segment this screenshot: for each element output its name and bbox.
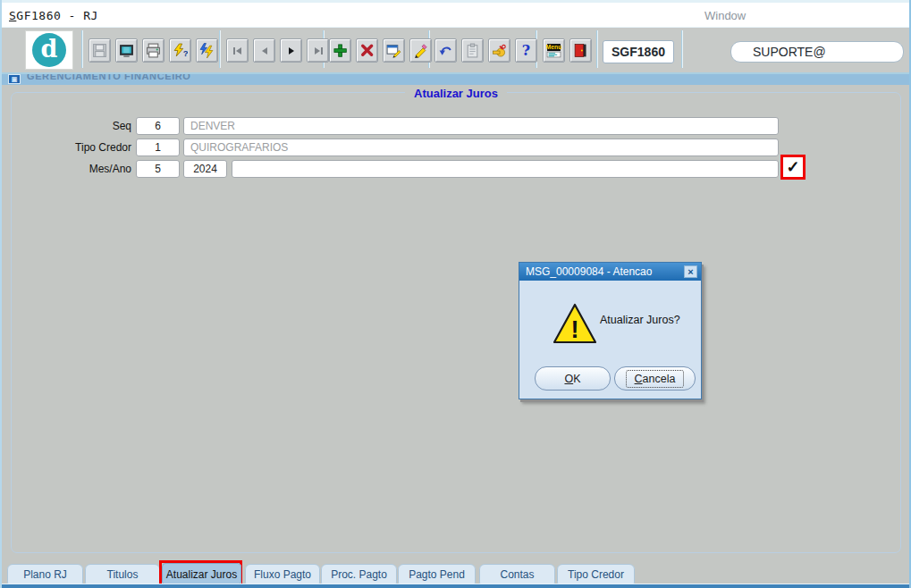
mes-ano-description-field[interactable] <box>232 160 779 178</box>
toolbar-separator <box>81 30 82 68</box>
first-record-icon <box>231 44 245 58</box>
app-logo: d <box>25 30 73 70</box>
exit-door-icon <box>573 43 588 58</box>
menu-bar: SGF1860 - RJ Window <box>2 0 909 27</box>
toolbar: d ? <box>2 27 909 74</box>
menu-item-window[interactable]: Window <box>704 9 746 22</box>
svg-text:?: ? <box>183 48 188 58</box>
child-window-title: GERENCIAMENTO FINANCEIRO <box>27 74 190 81</box>
child-window-icon: ▣ <box>8 74 21 84</box>
tab-fluxo-pagto[interactable]: Fluxo Pagto <box>245 564 320 585</box>
window-bottom-edge <box>2 584 909 588</box>
mes-value-field[interactable]: 5 <box>136 160 180 178</box>
dialog-title: MSG_00009084 - Atencao <box>526 265 652 278</box>
tab-bar: Plano RJ Titulos Atualizar Juros Fluxo P… <box>2 560 909 584</box>
toolbar-group-record <box>329 38 432 63</box>
help-icon: ? <box>519 43 534 58</box>
exit-button[interactable] <box>569 38 592 63</box>
undo-icon <box>438 43 453 58</box>
toolbar-group-file: ? <box>89 38 218 63</box>
undo-button[interactable] <box>434 38 457 63</box>
dialog-titlebar[interactable]: MSG_00009084 - Atencao <box>519 263 701 281</box>
insert-record-icon <box>333 43 348 58</box>
window-title: SGF1860 - RJ <box>9 9 98 22</box>
tab-proc-pagto[interactable]: Proc. Pagto <box>321 564 397 585</box>
seq-description-field[interactable]: DENVER <box>183 117 779 135</box>
seq-value-field[interactable]: 6 <box>136 117 180 135</box>
paste-icon <box>465 43 480 58</box>
last-record-button[interactable] <box>307 38 329 63</box>
child-window-titlebar[interactable]: ▣ GERENCIAMENTO FINANCEIRO <box>2 74 909 85</box>
paste-button[interactable] <box>461 38 484 63</box>
tipo-credor-description-field[interactable]: QUIROGRAFARIOS <box>183 139 779 156</box>
tab-titulos[interactable]: Titulos <box>85 564 160 585</box>
print-icon <box>146 43 161 58</box>
edit-button[interactable] <box>488 38 510 63</box>
cancel-query-button[interactable] <box>409 38 432 63</box>
cancel-button[interactable]: Cancela <box>614 366 696 391</box>
tab-tipo-credor[interactable]: Tipo Credor <box>557 564 635 585</box>
count-query-button[interactable] <box>196 38 218 63</box>
dialog-close-icon[interactable]: × <box>684 265 697 278</box>
dialog-message: Atualizar Juros? <box>600 314 680 326</box>
svg-text:!: ! <box>571 316 579 343</box>
toolbar-separator <box>681 30 682 68</box>
svg-text:Menu: Menu <box>546 44 561 50</box>
insert-record-button[interactable] <box>329 38 351 63</box>
form-canvas: Atualizar Juros Seq 6 DENVER Tipo Credor… <box>2 85 909 560</box>
attention-dialog: MSG_00009084 - Atencao × ! Atualizar Jur… <box>519 262 702 399</box>
form-title: Atualizar Juros <box>12 85 900 101</box>
count-query-icon <box>199 43 215 58</box>
ano-value-field[interactable]: 2024 <box>183 160 227 178</box>
save-icon <box>92 43 107 58</box>
annotation-highlight: ✓ <box>780 155 806 180</box>
svg-text:?: ? <box>522 43 530 58</box>
toolbar-group-edit: ? <box>434 38 537 63</box>
application-window: SGF1860 - RJ Window d ? <box>0 0 911 588</box>
annotation-highlight: Atualizar Juros <box>159 560 242 586</box>
first-record-button[interactable] <box>226 38 249 63</box>
tipo-credor-value-field[interactable]: 1 <box>136 139 180 156</box>
user-field[interactable]: SUPORTE@ <box>730 41 904 63</box>
screen-button[interactable] <box>115 38 138 63</box>
toolbar-separator <box>596 30 597 68</box>
warning-triangle-icon: ! <box>552 302 598 345</box>
save-button[interactable] <box>89 38 111 63</box>
execute-query-icon: ? <box>173 43 188 58</box>
field-label-tipo-credor: Tipo Credor <box>24 141 131 154</box>
tab-atualizar-juros[interactable]: Atualizar Juros <box>162 563 241 585</box>
execute-query-button[interactable]: ? <box>169 38 191 63</box>
logo-d-icon: d <box>32 33 66 67</box>
screen-icon <box>119 43 134 58</box>
print-button[interactable] <box>142 38 164 63</box>
previous-record-button[interactable] <box>253 38 275 63</box>
ok-button[interactable]: OK <box>535 366 611 391</box>
field-label-seq: Seq <box>24 120 131 132</box>
menu-icon: Menu <box>546 43 561 58</box>
delete-record-button[interactable] <box>356 38 378 63</box>
field-label-mes-ano: Mes/Ano <box>24 163 131 175</box>
toolbar-group-navigation <box>226 38 329 63</box>
toolbar-separator <box>219 30 220 68</box>
previous-record-icon <box>257 44 272 58</box>
enter-query-button[interactable] <box>383 38 405 63</box>
cancel-query-icon <box>413 43 428 58</box>
app-code-field: SGF1860 <box>603 40 674 63</box>
tab-pagto-pend[interactable]: Pagto Pend <box>398 564 476 585</box>
edit-hand-icon <box>492 43 507 58</box>
enter-query-icon <box>386 43 401 58</box>
delete-record-icon <box>359 43 375 58</box>
tab-plano-rj[interactable]: Plano RJ <box>7 564 83 585</box>
last-record-icon <box>311 44 325 58</box>
toolbar-group-window: Menu <box>543 38 592 63</box>
help-button[interactable]: ? <box>515 38 537 63</box>
confirm-check-button[interactable]: ✓ <box>783 157 803 177</box>
menu-button[interactable]: Menu <box>543 38 565 63</box>
next-record-icon <box>284 44 299 58</box>
next-record-button[interactable] <box>280 38 302 63</box>
tab-contas[interactable]: Contas <box>479 564 555 585</box>
